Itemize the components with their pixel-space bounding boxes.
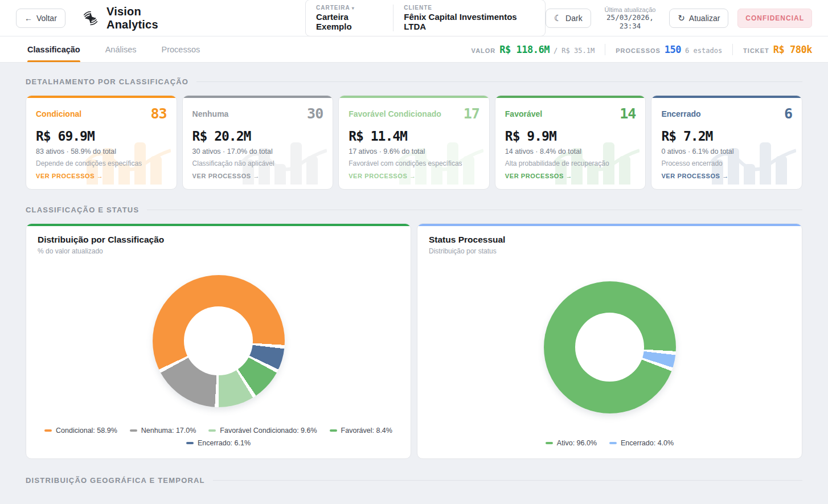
legend-item[interactable]: Favorável Condicionado: 9.6% <box>208 427 317 435</box>
status-chart-legend: Ativo: 96.0%Encerrado: 4.0% <box>417 439 802 458</box>
section-rule <box>213 480 802 481</box>
refresh-label: Atualizar <box>689 14 720 23</box>
context-divider <box>393 5 393 31</box>
carteira-label: CARTEIRA▾ <box>316 5 383 11</box>
confidential-badge: CONFIDENCIAL <box>737 9 812 28</box>
card-favoravel-condicionado: Favorável Condicionado 17 R$ 11.4M 17 at… <box>338 95 490 190</box>
card-description: Processo encerrado <box>661 159 792 167</box>
legend-item[interactable]: Condicional: 58.9% <box>44 427 117 435</box>
legend-swatch-icon <box>130 429 137 432</box>
carteira-select[interactable]: CARTEIRA▾ Carteira Exemplo <box>316 5 383 31</box>
cliente-value: Fênix Capital Investimentos LTDA <box>404 12 534 31</box>
app-header: ← Voltar Vision Analytics CARTEIRA▾ Cart… <box>0 0 828 36</box>
chart-title: Status Processual <box>429 235 790 245</box>
stat-valor-label: VALOR <box>472 47 496 54</box>
ver-processos-link[interactable]: VER PROCESSOS → <box>661 173 792 179</box>
last-update-value: 25/03/2026, 23:34 <box>600 13 661 30</box>
classification-donut-chart[interactable] <box>153 275 285 407</box>
main-content: DETALHAMENTO POR CLASSIFICAÇÃO Condicion… <box>0 63 828 485</box>
summary-stats: VALOR R$ 118.6M / R$ 35.1M PROCESSOS 150… <box>472 36 812 62</box>
tab-classificacao[interactable]: Classificação <box>27 36 80 62</box>
app-title: Vision Analytics <box>106 5 191 31</box>
stat-ticket-label: TICKET <box>743 47 769 54</box>
stat-ticket: TICKET R$ 780k <box>743 44 812 55</box>
ver-processos-link[interactable]: VER PROCESSOS → <box>36 173 167 179</box>
chart-subtitle: % do valor atualizado <box>38 247 399 255</box>
section-rule <box>196 81 802 82</box>
last-update: Última atualização 25/03/2026, 23:34 <box>600 6 661 30</box>
chart-title: Distribuição por Classificação <box>38 235 399 245</box>
card-condicional: Condicional 83 R$ 69.9M 83 ativos · 58.9… <box>26 95 177 190</box>
legend-label: Favorável Condicionado: 9.6% <box>220 427 317 435</box>
legend-item[interactable]: Encerrado: 6.1% <box>186 439 251 447</box>
section-geo-header: DISTRIBUIÇÃO GEOGRÁFICA E TEMPORAL <box>26 476 802 485</box>
dark-mode-label: Dark <box>565 14 583 23</box>
legend-label: Ativo: 96.0% <box>557 439 597 447</box>
stat-divider <box>732 44 733 55</box>
refresh-icon: ↻ <box>678 14 685 22</box>
card-description: Depende de condições específicas <box>36 159 167 167</box>
card-count: 83 <box>150 105 166 122</box>
card-description: Classificação não aplicável <box>192 159 323 167</box>
back-arrow-icon: ← <box>24 14 32 22</box>
card-meta: 83 ativos · 58.9% do total <box>36 147 167 155</box>
legend-item[interactable]: Ativo: 96.0% <box>546 439 597 447</box>
dark-mode-button[interactable]: ☾ Dark <box>546 9 591 28</box>
ver-processos-link[interactable]: VER PROCESSOS → <box>192 173 323 179</box>
carteira-value: Carteira Exemplo <box>316 12 383 31</box>
card-encerrado: Encerrado 6 R$ 7.2M 0 ativos · 6.1% do t… <box>651 95 802 190</box>
legend-swatch-icon <box>609 442 617 444</box>
tab-processos[interactable]: Processos <box>162 36 200 62</box>
legend-label: Encerrado: 6.1% <box>198 439 251 447</box>
card-meta: 17 ativos · 9.6% do total <box>349 147 479 155</box>
section-rule <box>147 210 802 210</box>
stat-valor: VALOR R$ 118.6M / R$ 35.1M <box>472 44 595 55</box>
stat-ticket-value: R$ 780k <box>773 44 812 55</box>
legend-item[interactable]: Favorável: 8.4% <box>330 427 392 435</box>
legend-label: Nenhuma: 17.0% <box>141 427 196 435</box>
header-actions: ☾ Dark Última atualização 25/03/2026, 23… <box>546 6 812 30</box>
refresh-button[interactable]: ↻ Atualizar <box>669 9 728 28</box>
legend-item[interactable]: Encerrado: 4.0% <box>609 439 674 447</box>
stat-processos-value: 150 <box>665 44 681 55</box>
section-charts-title: CLASSIFICAÇÃO E STATUS <box>26 206 139 214</box>
classification-chart-legend: Condicional: 58.9%Nenhuma: 17.0%Favoráve… <box>26 427 411 458</box>
tab-analises[interactable]: Análises <box>105 36 137 62</box>
legend-item[interactable]: Nenhuma: 17.0% <box>130 427 196 435</box>
legend-label: Condicional: 58.9% <box>56 427 117 435</box>
section-cards-title: DETALHAMENTO POR CLASSIFICAÇÃO <box>26 77 188 86</box>
stat-valor-secondary: / R$ 35.1M <box>554 47 595 55</box>
legend-swatch-icon <box>44 429 52 432</box>
stat-processos: PROCESSOS 150 6 estados <box>616 44 722 55</box>
card-title: Condicional <box>36 109 81 118</box>
back-button-label: Voltar <box>36 14 57 23</box>
card-meta: 14 ativos · 8.4% do total <box>505 147 636 155</box>
card-value: R$ 11.4M <box>349 129 479 144</box>
brand: Vision Analytics <box>80 5 191 31</box>
last-update-label: Última atualização <box>600 6 661 13</box>
card-meta: 30 ativos · 17.0% do total <box>192 147 323 155</box>
section-cards-header: DETALHAMENTO POR CLASSIFICAÇÃO <box>26 77 802 86</box>
moon-icon: ☾ <box>554 14 561 22</box>
legend-swatch-icon <box>546 442 553 444</box>
stat-processos-secondary: 6 estados <box>685 47 722 55</box>
card-description: Favorável com condições específicas <box>349 159 479 167</box>
section-charts-header: CLASSIFICAÇÃO E STATUS <box>26 206 802 214</box>
legend-label: Favorável: 8.4% <box>341 427 392 435</box>
ver-processos-link[interactable]: VER PROCESSOS → <box>349 173 479 179</box>
card-meta: 0 ativos · 6.1% do total <box>661 147 792 155</box>
chart-panels: Distribuição por Classificação % do valo… <box>26 223 802 459</box>
card-title: Favorável Condicionado <box>349 109 441 118</box>
card-count: 30 <box>307 105 323 122</box>
card-value: R$ 20.2M <box>192 129 323 144</box>
logo-star <box>85 13 96 23</box>
status-donut-chart[interactable] <box>544 281 676 413</box>
back-button[interactable]: ← Voltar <box>16 9 65 28</box>
ver-processos-link[interactable]: VER PROCESSOS → <box>505 173 636 179</box>
card-title: Nenhuma <box>192 109 229 118</box>
stat-valor-value: R$ 118.6M <box>499 44 550 55</box>
legend-label: Encerrado: 4.0% <box>621 439 674 447</box>
classification-cards: Condicional 83 R$ 69.9M 83 ativos · 58.9… <box>26 95 802 190</box>
cliente-info: CLIENTE Fênix Capital Investimentos LTDA <box>404 5 534 31</box>
tabs: Classificação Análises Processos <box>27 36 200 62</box>
